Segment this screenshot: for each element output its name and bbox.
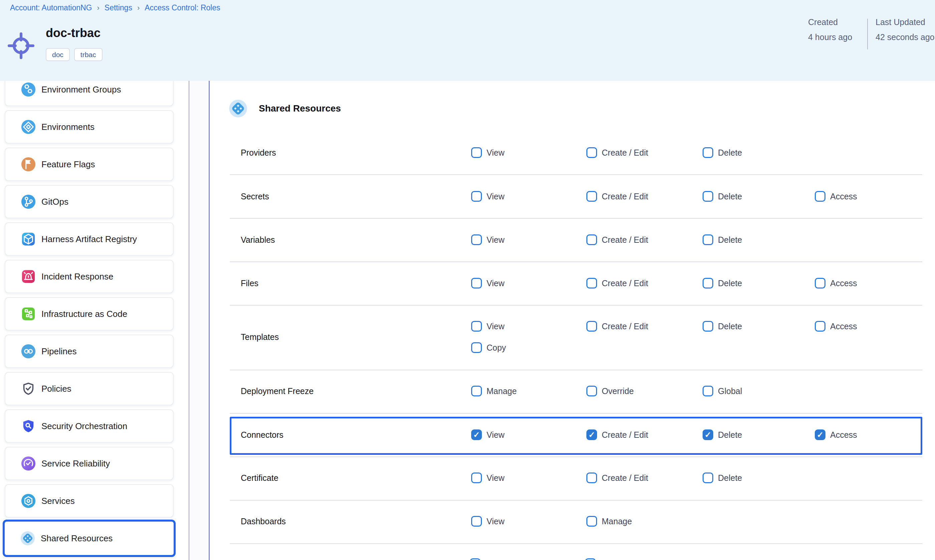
checkbox-create-edit[interactable] [586,321,597,332]
checkbox-global[interactable] [703,386,713,396]
permission-option-manage: Manage [471,386,517,396]
permission-label: Access [830,278,857,288]
sidebar-item-service-reliability[interactable]: Service Reliability [5,447,174,480]
checkbox-create-edit[interactable] [586,191,597,202]
tag-chip: doc [46,48,70,61]
breadcrumb-roles-link[interactable]: Access Control: Roles [145,3,220,12]
checkbox-manage[interactable] [471,386,482,396]
permission-label: Manage [486,386,517,396]
checkbox-delete[interactable] [703,234,713,245]
checkbox-override[interactable] [586,386,597,396]
checkbox-delete[interactable] [703,321,713,332]
permission-option-view: View [471,234,504,245]
created-label: Created [808,17,852,27]
resource-name: Certificate [241,473,278,483]
permission-option-delete: ✓Delete [703,429,742,440]
content-area: Environment Groups Environments Feature … [0,0,935,560]
checkbox-delete[interactable] [703,191,713,202]
permission-label: Delete [718,473,742,483]
permission-option-create-edit: Create / Edit [586,191,648,202]
row-divider [230,500,922,500]
breadcrumb-settings-link[interactable]: Settings [105,3,132,12]
permission-option-delete: Delete [703,234,742,245]
checkbox-copy[interactable] [471,342,482,353]
permission-label: Create / Edit [602,473,648,483]
sidebar-item-label: Security Orchestration [42,421,127,431]
page-title: doc-trbac [46,26,100,40]
checkbox-create-edit[interactable] [586,147,597,158]
sidebar-item-label: Service Reliability [42,458,110,469]
page-header: Account: AutomationNG › Settings › Acces… [0,0,935,81]
checkbox-view[interactable] [471,234,482,245]
row-divider [230,370,922,370]
permission-label: Create / Edit [602,278,648,288]
permission-option-create-edit: Create / Edit [586,472,648,483]
sidebar-item-policies[interactable]: Policies [5,372,174,405]
checkbox-access[interactable]: ✓ [815,429,826,440]
sidebar-item-shared-resources[interactable]: Shared Resources [3,520,176,557]
row-divider [230,305,922,306]
resource-name: Secrets [241,192,269,202]
policies-icon [21,381,36,396]
checkbox-partial[interactable] [470,558,481,560]
resource-name: Files [241,278,258,288]
checkbox-view[interactable] [471,191,482,202]
permission-option-delete: Delete [703,278,742,289]
chevron-right-icon: › [137,4,140,12]
checkbox-view[interactable] [471,516,482,527]
checkbox-manage[interactable] [586,516,597,527]
permission-label: Create / Edit [602,148,648,158]
checkbox-access[interactable] [815,191,826,202]
checkbox-partial[interactable] [585,558,596,560]
sidebar-item-security-orchestration[interactable]: Security Orchestration [5,409,174,443]
role-crosshair-icon [7,31,35,60]
checkbox-view[interactable]: ✓ [471,429,482,440]
permission-option-view: View [471,321,504,332]
sidebar-item-harness-artifact-registry[interactable]: Harness Artifact Registry [5,222,174,256]
permission-option-delete: Delete [703,472,742,483]
sidebar-item-environments[interactable]: Environments [5,110,174,144]
checkbox-view[interactable] [471,321,482,332]
checkbox-create-edit[interactable] [586,278,597,289]
checkbox-view[interactable] [471,278,482,289]
roles-permission-page: { "breadcrumb": { "items": ["Account: Au… [0,0,935,560]
sidebar-item-feature-flags[interactable]: Feature Flags [5,148,174,181]
resource-name: Connectors [241,430,283,440]
permission-label: Delete [718,278,742,288]
resource-name: Deployment Freeze [241,386,314,396]
row-divider [230,262,922,262]
sidebar-item-incident-response[interactable]: Incident Response [5,260,174,293]
checkbox-access[interactable] [815,278,826,289]
resource-name: Dashboards [241,517,286,526]
last-updated-label: Last Updated [875,17,935,27]
permission-option-view: View [471,147,504,158]
permission-option-access: ✓Access [815,429,857,440]
permission-option-create-edit: Create / Edit [586,321,648,332]
sidebar-item-services[interactable]: Services [5,484,174,518]
sidebar-item-gitops[interactable]: GitOps [5,185,174,218]
checkbox-view[interactable] [471,472,482,483]
services-icon [21,493,36,509]
sidebar-item-label: Environments [42,122,94,132]
checkbox-create-edit[interactable]: ✓ [586,429,597,440]
permission-label: View [486,278,504,288]
checkbox-view[interactable] [471,147,482,158]
permission-label: Access [830,192,857,202]
checkbox-create-edit[interactable] [586,472,597,483]
sidebar-item-pipelines[interactable]: Pipelines [5,335,174,368]
checkbox-delete[interactable] [703,147,713,158]
resource-name: Providers [241,148,276,158]
checkbox-create-edit[interactable] [586,234,597,245]
checkbox-delete[interactable] [703,472,713,483]
permission-label: View [486,192,504,202]
checkbox-delete[interactable]: ✓ [703,429,713,440]
breadcrumb-account-link[interactable]: Account: AutomationNG [10,3,92,12]
permission-option-view: View [471,278,504,289]
tags-row: doc trbac [46,48,103,61]
permission-option-view: View [471,191,504,202]
sidebar-item-infrastructure-as-code[interactable]: Infrastructure as Code [5,297,174,331]
checkbox-access[interactable] [815,321,826,332]
permission-label: Copy [486,343,506,352]
security-orchestration-icon [21,418,36,434]
checkbox-delete[interactable] [703,278,713,289]
